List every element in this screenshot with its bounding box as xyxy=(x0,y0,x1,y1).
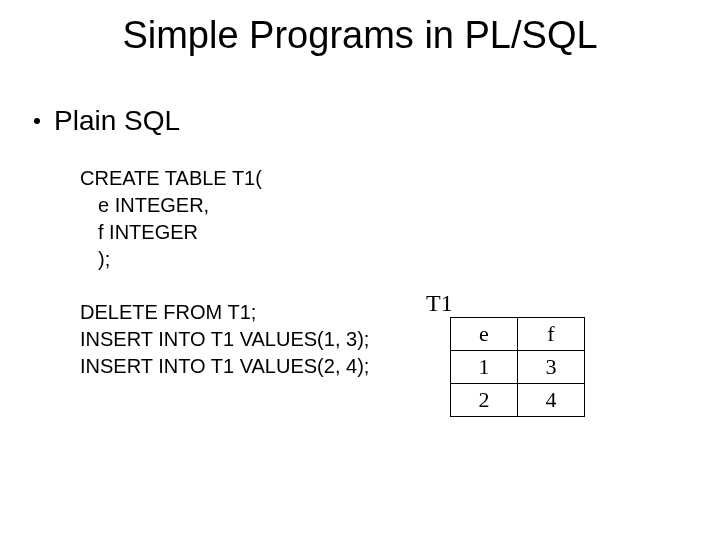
table-header-cell: e xyxy=(451,318,518,351)
table-cell: 2 xyxy=(451,384,518,417)
code-line: INSERT INTO T1 VALUES(2, 4); xyxy=(80,353,720,380)
sql-create-block: CREATE TABLE T1( e INTEGER, f INTEGER ); xyxy=(80,165,720,273)
bullet-dot-icon xyxy=(34,118,40,124)
table-row: 2 4 xyxy=(451,384,585,417)
code-line: e INTEGER, xyxy=(98,192,720,219)
table-row: e f xyxy=(451,318,585,351)
table-row: 1 3 xyxy=(451,351,585,384)
table-t1: e f 1 3 2 4 xyxy=(450,317,585,417)
code-line: DELETE FROM T1; xyxy=(80,299,720,326)
table-cell: 3 xyxy=(518,351,585,384)
table-header-cell: f xyxy=(518,318,585,351)
slide-title: Simple Programs in PL/SQL xyxy=(0,0,720,57)
slide: Simple Programs in PL/SQL Plain SQL CREA… xyxy=(0,0,720,540)
code-line: f INTEGER xyxy=(98,219,720,246)
table-name: T1 xyxy=(426,290,585,317)
code-line: CREATE TABLE T1( xyxy=(80,165,720,192)
table-cell: 1 xyxy=(451,351,518,384)
sql-statements-block: DELETE FROM T1; INSERT INTO T1 VALUES(1,… xyxy=(80,299,720,380)
table-cell: 4 xyxy=(518,384,585,417)
code-line: ); xyxy=(98,246,720,273)
table-t1-wrap: T1 e f 1 3 2 4 xyxy=(426,290,585,417)
bullet-text: Plain SQL xyxy=(54,105,180,137)
bullet-item: Plain SQL xyxy=(34,105,720,137)
code-line: INSERT INTO T1 VALUES(1, 3); xyxy=(80,326,720,353)
